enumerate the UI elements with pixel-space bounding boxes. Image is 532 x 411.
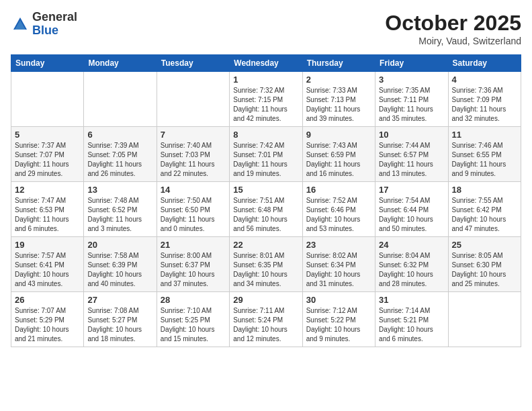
calendar-cell: 31Sunrise: 7:14 AM Sunset: 5:21 PM Dayli… bbox=[375, 292, 448, 347]
calendar-cell: 30Sunrise: 7:12 AM Sunset: 5:22 PM Dayli… bbox=[302, 292, 375, 347]
calendar-cell: 9Sunrise: 7:43 AM Sunset: 6:59 PM Daylig… bbox=[302, 127, 375, 182]
day-number: 29 bbox=[233, 295, 298, 305]
day-number: 12 bbox=[15, 185, 80, 195]
day-info: Sunrise: 7:47 AM Sunset: 6:53 PM Dayligh… bbox=[15, 196, 80, 234]
day-info: Sunrise: 7:50 AM Sunset: 6:50 PM Dayligh… bbox=[161, 196, 226, 234]
day-number: 18 bbox=[452, 185, 517, 195]
day-info: Sunrise: 7:57 AM Sunset: 6:41 PM Dayligh… bbox=[15, 251, 80, 289]
calendar-cell: 10Sunrise: 7:44 AM Sunset: 6:57 PM Dayli… bbox=[375, 127, 448, 182]
day-number: 11 bbox=[452, 130, 517, 140]
logo: General Blue bbox=[11, 11, 77, 38]
day-number: 7 bbox=[161, 130, 226, 140]
day-info: Sunrise: 7:37 AM Sunset: 7:07 PM Dayligh… bbox=[15, 141, 80, 179]
calendar-cell: 22Sunrise: 8:01 AM Sunset: 6:35 PM Dayli… bbox=[230, 237, 302, 292]
calendar-cell: 8Sunrise: 7:42 AM Sunset: 7:01 PM Daylig… bbox=[230, 127, 302, 182]
calendar-cell: 14Sunrise: 7:50 AM Sunset: 6:50 PM Dayli… bbox=[157, 182, 229, 237]
day-info: Sunrise: 7:46 AM Sunset: 6:55 PM Dayligh… bbox=[452, 141, 517, 179]
weekday-header: Tuesday bbox=[157, 55, 229, 72]
calendar-cell: 25Sunrise: 8:05 AM Sunset: 6:30 PM Dayli… bbox=[448, 237, 521, 292]
day-number: 3 bbox=[379, 75, 444, 85]
day-info: Sunrise: 8:05 AM Sunset: 6:30 PM Dayligh… bbox=[452, 251, 517, 289]
day-number: 21 bbox=[161, 240, 226, 250]
day-number: 2 bbox=[306, 75, 371, 85]
calendar-cell: 13Sunrise: 7:48 AM Sunset: 6:52 PM Dayli… bbox=[84, 182, 157, 237]
calendar-cell: 5Sunrise: 7:37 AM Sunset: 7:07 PM Daylig… bbox=[11, 127, 84, 182]
calendar-table: SundayMondayTuesdayWednesdayThursdayFrid… bbox=[11, 54, 521, 347]
day-info: Sunrise: 8:02 AM Sunset: 6:34 PM Dayligh… bbox=[306, 251, 371, 289]
day-info: Sunrise: 7:39 AM Sunset: 7:05 PM Dayligh… bbox=[87, 141, 152, 179]
calendar-cell: 21Sunrise: 8:00 AM Sunset: 6:37 PM Dayli… bbox=[157, 237, 229, 292]
weekday-header: Friday bbox=[375, 55, 448, 72]
day-number: 25 bbox=[452, 240, 517, 250]
calendar-cell: 23Sunrise: 8:02 AM Sunset: 6:34 PM Dayli… bbox=[302, 237, 375, 292]
calendar-cell: 11Sunrise: 7:46 AM Sunset: 6:55 PM Dayli… bbox=[448, 127, 521, 182]
day-info: Sunrise: 7:35 AM Sunset: 7:11 PM Dayligh… bbox=[379, 86, 444, 124]
calendar-cell: 28Sunrise: 7:10 AM Sunset: 5:25 PM Dayli… bbox=[157, 292, 229, 347]
day-info: Sunrise: 7:54 AM Sunset: 6:44 PM Dayligh… bbox=[379, 196, 444, 234]
day-info: Sunrise: 7:58 AM Sunset: 6:39 PM Dayligh… bbox=[87, 251, 152, 289]
day-number: 30 bbox=[306, 295, 371, 305]
logo-text: General Blue bbox=[32, 11, 77, 38]
day-info: Sunrise: 7:48 AM Sunset: 6:52 PM Dayligh… bbox=[87, 196, 152, 234]
calendar-cell: 6Sunrise: 7:39 AM Sunset: 7:05 PM Daylig… bbox=[84, 127, 157, 182]
calendar-week-row: 1Sunrise: 7:32 AM Sunset: 7:15 PM Daylig… bbox=[11, 72, 521, 127]
calendar-cell: 26Sunrise: 7:07 AM Sunset: 5:29 PM Dayli… bbox=[11, 292, 84, 347]
calendar-cell: 15Sunrise: 7:51 AM Sunset: 6:48 PM Dayli… bbox=[230, 182, 302, 237]
calendar-cell bbox=[84, 72, 157, 127]
weekday-header: Sunday bbox=[11, 55, 84, 72]
weekday-header: Saturday bbox=[448, 55, 521, 72]
day-info: Sunrise: 7:10 AM Sunset: 5:25 PM Dayligh… bbox=[161, 306, 226, 344]
day-number: 5 bbox=[15, 130, 80, 140]
calendar-cell: 3Sunrise: 7:35 AM Sunset: 7:11 PM Daylig… bbox=[375, 72, 448, 127]
day-number: 8 bbox=[233, 130, 298, 140]
calendar-cell: 12Sunrise: 7:47 AM Sunset: 6:53 PM Dayli… bbox=[11, 182, 84, 237]
calendar-cell: 29Sunrise: 7:11 AM Sunset: 5:24 PM Dayli… bbox=[230, 292, 302, 347]
calendar-cell: 1Sunrise: 7:32 AM Sunset: 7:15 PM Daylig… bbox=[230, 72, 302, 127]
calendar-cell: 17Sunrise: 7:54 AM Sunset: 6:44 PM Dayli… bbox=[375, 182, 448, 237]
weekday-header: Wednesday bbox=[230, 55, 302, 72]
day-number: 24 bbox=[379, 240, 444, 250]
calendar-cell: 24Sunrise: 8:04 AM Sunset: 6:32 PM Dayli… bbox=[375, 237, 448, 292]
calendar-cell: 4Sunrise: 7:36 AM Sunset: 7:09 PM Daylig… bbox=[448, 72, 521, 127]
day-info: Sunrise: 8:04 AM Sunset: 6:32 PM Dayligh… bbox=[379, 251, 444, 289]
day-info: Sunrise: 7:52 AM Sunset: 6:46 PM Dayligh… bbox=[306, 196, 371, 234]
calendar-cell: 2Sunrise: 7:33 AM Sunset: 7:13 PM Daylig… bbox=[302, 72, 375, 127]
day-number: 15 bbox=[233, 185, 298, 195]
day-info: Sunrise: 7:14 AM Sunset: 5:21 PM Dayligh… bbox=[379, 306, 444, 344]
day-number: 31 bbox=[379, 295, 444, 305]
day-info: Sunrise: 7:33 AM Sunset: 7:13 PM Dayligh… bbox=[306, 86, 371, 124]
day-number: 23 bbox=[306, 240, 371, 250]
day-number: 19 bbox=[15, 240, 80, 250]
day-number: 10 bbox=[379, 130, 444, 140]
day-info: Sunrise: 7:44 AM Sunset: 6:57 PM Dayligh… bbox=[379, 141, 444, 179]
day-info: Sunrise: 7:32 AM Sunset: 7:15 PM Dayligh… bbox=[233, 86, 298, 124]
day-number: 22 bbox=[233, 240, 298, 250]
day-info: Sunrise: 7:42 AM Sunset: 7:01 PM Dayligh… bbox=[233, 141, 298, 179]
title-block: October 2025 Moiry, Vaud, Switzerland bbox=[385, 11, 521, 46]
calendar-cell bbox=[448, 292, 521, 347]
day-info: Sunrise: 7:43 AM Sunset: 6:59 PM Dayligh… bbox=[306, 141, 371, 179]
calendar-cell: 18Sunrise: 7:55 AM Sunset: 6:42 PM Dayli… bbox=[448, 182, 521, 237]
day-number: 1 bbox=[233, 75, 298, 85]
page-header: General Blue October 2025 Moiry, Vaud, S… bbox=[11, 11, 521, 46]
calendar-cell: 7Sunrise: 7:40 AM Sunset: 7:03 PM Daylig… bbox=[157, 127, 229, 182]
day-info: Sunrise: 8:00 AM Sunset: 6:37 PM Dayligh… bbox=[161, 251, 226, 289]
day-number: 13 bbox=[87, 185, 152, 195]
day-number: 27 bbox=[87, 295, 152, 305]
calendar-cell: 16Sunrise: 7:52 AM Sunset: 6:46 PM Dayli… bbox=[302, 182, 375, 237]
day-number: 6 bbox=[87, 130, 152, 140]
calendar-week-row: 26Sunrise: 7:07 AM Sunset: 5:29 PM Dayli… bbox=[11, 292, 521, 347]
day-info: Sunrise: 7:36 AM Sunset: 7:09 PM Dayligh… bbox=[452, 86, 517, 124]
day-info: Sunrise: 7:07 AM Sunset: 5:29 PM Dayligh… bbox=[15, 306, 80, 344]
day-info: Sunrise: 7:12 AM Sunset: 5:22 PM Dayligh… bbox=[306, 306, 371, 344]
calendar-cell: 20Sunrise: 7:58 AM Sunset: 6:39 PM Dayli… bbox=[84, 237, 157, 292]
day-number: 9 bbox=[306, 130, 371, 140]
day-number: 16 bbox=[306, 185, 371, 195]
day-info: Sunrise: 7:55 AM Sunset: 6:42 PM Dayligh… bbox=[452, 196, 517, 234]
day-number: 17 bbox=[379, 185, 444, 195]
day-info: Sunrise: 7:40 AM Sunset: 7:03 PM Dayligh… bbox=[161, 141, 226, 179]
day-info: Sunrise: 7:11 AM Sunset: 5:24 PM Dayligh… bbox=[233, 306, 298, 344]
weekday-header: Thursday bbox=[302, 55, 375, 72]
calendar-week-row: 12Sunrise: 7:47 AM Sunset: 6:53 PM Dayli… bbox=[11, 182, 521, 237]
day-info: Sunrise: 7:51 AM Sunset: 6:48 PM Dayligh… bbox=[233, 196, 298, 234]
